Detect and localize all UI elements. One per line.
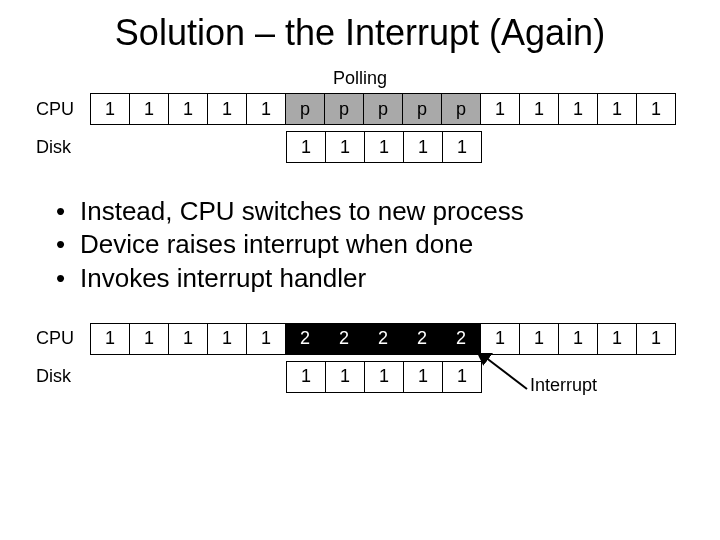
slide: Solution – the Interrupt (Again) Polling… <box>0 0 720 540</box>
disk-row-label: Disk <box>30 366 90 387</box>
timeline-interrupt: CPU 111112222211111 Disk 11111 Interrupt <box>30 323 690 393</box>
timeline-cell: p <box>441 93 481 125</box>
timeline-cell: 1 <box>403 131 443 163</box>
timeline-cell: 1 <box>480 323 520 355</box>
cpu-row-label: CPU <box>30 328 90 349</box>
timeline-cell: 2 <box>324 323 364 355</box>
timeline-cell: 1 <box>90 93 130 125</box>
interrupt-label: Interrupt <box>530 375 597 396</box>
timeline-cell: 2 <box>402 323 442 355</box>
timeline-cell: 1 <box>558 93 598 125</box>
disk-row-label: Disk <box>30 137 90 158</box>
bullet-list: Instead, CPU switches to new processDevi… <box>56 195 720 295</box>
cpu-cells: 11111ppppp11111 <box>90 93 676 125</box>
timeline-cell: p <box>402 93 442 125</box>
timeline-cell: 1 <box>519 323 559 355</box>
bullet-item: Instead, CPU switches to new process <box>56 195 720 228</box>
timeline-cell: 1 <box>246 93 286 125</box>
cpu-row: CPU 11111ppppp11111 <box>30 93 690 125</box>
bullet-item: Invokes interrupt handler <box>56 262 720 295</box>
timeline-cell: 2 <box>441 323 481 355</box>
arrow-icon <box>475 353 535 393</box>
timeline-cell: 1 <box>129 93 169 125</box>
timeline-cell: 1 <box>129 323 169 355</box>
timeline-cell: 1 <box>325 361 365 393</box>
timeline-cell: 1 <box>168 323 208 355</box>
timeline-polling: CPU 11111ppppp11111 Disk 11111 <box>30 93 690 163</box>
timeline-cell: p <box>285 93 325 125</box>
timeline-cell: 1 <box>597 323 637 355</box>
slide-title: Solution – the Interrupt (Again) <box>0 12 720 54</box>
timeline-cell: 1 <box>364 131 404 163</box>
timeline-cell: 1 <box>168 93 208 125</box>
cpu-row: CPU 111112222211111 <box>30 323 690 355</box>
timeline-cell: 1 <box>90 323 130 355</box>
timeline-cell: 1 <box>207 93 247 125</box>
timeline-cell: 1 <box>558 323 598 355</box>
timeline-cell: 1 <box>519 93 559 125</box>
timeline-cell: 1 <box>286 361 326 393</box>
timeline-cell: 1 <box>403 361 443 393</box>
timeline-cell: 2 <box>363 323 403 355</box>
timeline-cell: p <box>363 93 403 125</box>
polling-label: Polling <box>0 68 720 89</box>
timeline-cell: 1 <box>207 323 247 355</box>
timeline-cell: p <box>324 93 364 125</box>
timeline-cell: 1 <box>286 131 326 163</box>
timeline-cell: 2 <box>285 323 325 355</box>
cpu-cells: 111112222211111 <box>90 323 676 355</box>
cpu-row-label: CPU <box>30 99 90 120</box>
timeline-cell: 1 <box>364 361 404 393</box>
timeline-cell: 1 <box>636 323 676 355</box>
disk-row: Disk 11111 <box>30 131 690 163</box>
timeline-cell: 1 <box>325 131 365 163</box>
timeline-cell: 1 <box>246 323 286 355</box>
disk-cells: 11111 <box>286 361 482 393</box>
svg-line-0 <box>485 357 527 389</box>
bullet-item: Device raises interrupt when done <box>56 228 720 261</box>
timeline-cell: 1 <box>442 131 482 163</box>
timeline-cell: 1 <box>480 93 520 125</box>
disk-cells: 11111 <box>286 131 482 163</box>
timeline-cell: 1 <box>636 93 676 125</box>
timeline-cell: 1 <box>597 93 637 125</box>
